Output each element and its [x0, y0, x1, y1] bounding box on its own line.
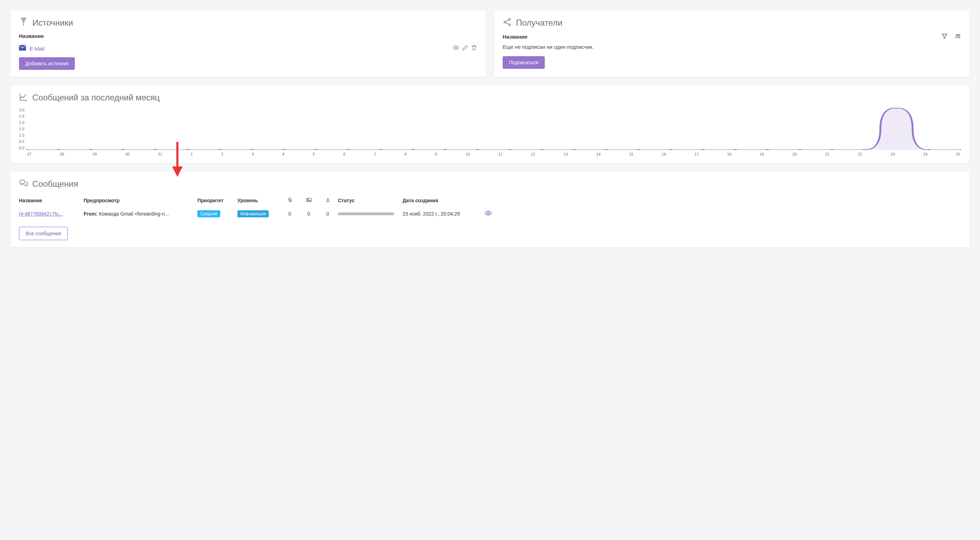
clicks-value: 0 [281, 211, 299, 217]
svg-point-6 [956, 34, 958, 36]
svg-point-26 [604, 149, 609, 150]
created-date: 23 нояб. 2022 г., 20:04:29 [402, 211, 483, 217]
chart-title: Сообщений за последний месяц [32, 93, 160, 103]
svg-point-22 [475, 149, 480, 150]
svg-point-12 [153, 149, 158, 150]
svg-point-25 [572, 149, 576, 150]
col-name: Название [19, 198, 82, 203]
mail-icon [19, 45, 26, 52]
sources-card: Источники Название E-Mail [11, 11, 486, 77]
chart-plot [26, 108, 961, 150]
svg-point-23 [508, 149, 512, 150]
svg-point-27 [636, 149, 641, 150]
table-row: (# 487760842) По... From: Команда Gmail … [19, 207, 961, 221]
recipients-empty-text: Еще не подписан ни один подписчик. [503, 44, 961, 50]
source-link-email[interactable]: E-Mail [30, 46, 45, 52]
view-icon[interactable] [453, 44, 459, 52]
col-created: Дата создания [402, 198, 483, 203]
svg-point-2 [455, 47, 457, 49]
filter-icon[interactable] [941, 33, 948, 40]
svg-point-28 [669, 149, 673, 150]
share-icon [503, 17, 512, 28]
add-source-button[interactable]: Добавить источник [19, 57, 75, 70]
svg-point-29 [701, 149, 705, 150]
recipients-title: Получатели [516, 18, 562, 28]
svg-point-32 [798, 149, 802, 150]
svg-point-24 [540, 149, 544, 150]
sources-col-name: Название [19, 33, 477, 39]
message-link[interactable]: (# 487760842) По... [19, 211, 82, 217]
svg-point-37 [959, 149, 961, 150]
recipients-card: Получатели Название Еще не подписан ни о… [494, 11, 969, 77]
svg-point-30 [733, 149, 738, 150]
svg-point-14 [218, 149, 222, 150]
svg-point-18 [346, 149, 351, 150]
recipients-header: Получатели [503, 17, 961, 28]
col-priority: Приоритет [197, 198, 236, 203]
recipients-col-name: Название [503, 34, 528, 40]
col-preview: Предпросмотр [84, 198, 196, 203]
status-progress [338, 213, 394, 215]
svg-point-31 [765, 149, 770, 150]
svg-point-19 [379, 149, 383, 150]
col-level: Уровень [237, 198, 280, 203]
messages-title: Сообщения [32, 179, 78, 189]
message-preview: From: Команда Gmail <forwarding-n... [84, 211, 196, 217]
messages-card: Сообщения Название Предпросмотр Приорите… [11, 172, 969, 247]
col-clicks-icon [281, 197, 299, 204]
subscribe-button[interactable]: Подписаться [503, 56, 545, 69]
svg-point-9 [56, 149, 61, 150]
svg-point-33 [830, 149, 834, 150]
svg-marker-39 [172, 167, 183, 177]
svg-point-20 [411, 149, 415, 150]
svg-point-7 [959, 34, 960, 36]
svg-point-0 [23, 21, 24, 22]
svg-point-21 [443, 149, 447, 150]
svg-point-42 [488, 213, 489, 214]
col-download-icon [319, 197, 337, 204]
col-image-icon [300, 197, 318, 204]
views-value: 0 [300, 211, 318, 217]
chart-x-axis: 2728293031123456789101112131415161718192… [26, 152, 961, 156]
svg-point-8 [26, 149, 29, 150]
col-status: Статус [338, 198, 401, 203]
level-badge: Информация [237, 210, 269, 218]
chart-line-icon [19, 92, 28, 103]
downloads-value: 0 [319, 211, 337, 217]
svg-point-36 [927, 149, 931, 150]
source-actions [453, 44, 477, 52]
sources-title: Источники [32, 18, 73, 28]
messages-header: Сообщения [19, 179, 961, 189]
svg-point-17 [314, 149, 318, 150]
chart-card: Сообщений за последний месяц 3.02.52.01.… [11, 85, 969, 163]
svg-point-11 [121, 149, 126, 150]
svg-point-16 [282, 149, 286, 150]
delete-icon[interactable] [471, 44, 477, 52]
svg-point-13 [185, 149, 190, 150]
antenna-icon [19, 17, 28, 28]
source-row: E-Mail [19, 43, 477, 57]
priority-badge: Средний [197, 210, 220, 218]
chart-header: Сообщений за последний месяц [19, 92, 961, 103]
view-message-icon[interactable] [485, 210, 499, 218]
sources-header: Источники [19, 17, 477, 28]
messages-table-head: Название Предпросмотр Приоритет Уровень … [19, 194, 961, 207]
svg-point-34 [862, 149, 867, 150]
svg-point-10 [89, 149, 93, 150]
edit-icon[interactable] [462, 44, 468, 52]
all-messages-button[interactable]: Все сообщения [19, 227, 68, 240]
chart-y-axis: 3.02.52.01.51.00.50.0 [19, 108, 26, 150]
group-icon[interactable] [955, 33, 961, 40]
chat-icon [19, 179, 28, 189]
svg-point-15 [250, 149, 254, 150]
